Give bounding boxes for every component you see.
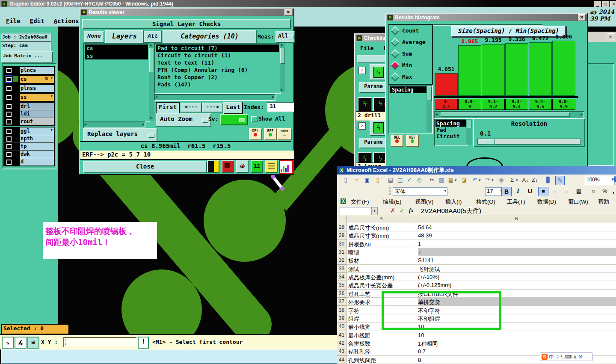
- row-header[interactable]: 43: [337, 347, 346, 355]
- sort-asc-icon[interactable]: A↓: [521, 176, 530, 184]
- name-box-dropdown[interactable]: ▾: [371, 207, 378, 215]
- measure-list-scrollbar[interactable]: [466, 119, 472, 145]
- cell-b[interactable]: 飞针测试: [418, 266, 616, 273]
- layer-visibility-checkbox[interactable]: [6, 85, 12, 91]
- cell-a[interactable]: 孔到线间距: [348, 357, 416, 364]
- viewer-close-button[interactable]: Close: [83, 161, 207, 173]
- histogram-close-button[interactable]: ✕: [578, 14, 586, 21]
- new-icon[interactable]: ▯: [341, 176, 350, 184]
- paste-icon[interactable]: ▦: [447, 176, 455, 184]
- parameters2-button[interactable]: Parame: [359, 138, 388, 148]
- excel-menu-0[interactable]: 文件(F): [351, 198, 369, 206]
- layer-row-ggl[interactable]: ggl➤: [4, 127, 54, 135]
- table-row[interactable]: 成品尺寸长宽公差(+/-0.125mm): [346, 281, 616, 289]
- stat-option-max[interactable]: Max: [392, 74, 412, 80]
- del-button[interactable]: DEL: [249, 128, 262, 140]
- redo-icon[interactable]: ↷: [483, 176, 492, 184]
- row-header[interactable]: 38: [337, 306, 346, 314]
- category-item[interactable]: Circuit to circuit (1): [156, 52, 279, 59]
- layer-row-drl[interactable]: drl: [4, 103, 54, 110]
- category-item[interactable]: Text to text (11): [156, 59, 279, 66]
- undo-icon[interactable]: ↶: [471, 176, 479, 184]
- table-row[interactable]: 喷锡✓: [346, 248, 616, 256]
- cell-b[interactable]: S1141: [418, 257, 616, 263]
- row-header[interactable]: 33: [337, 265, 346, 273]
- layer-row-dwk[interactable]: dwk: [4, 151, 54, 158]
- table-row[interactable]: 成品板厚公差(mm)(+/-10%): [346, 273, 616, 281]
- index-input[interactable]: 31: [267, 102, 294, 112]
- stat-option-sum[interactable]: Sum: [392, 50, 412, 57]
- italic-button[interactable]: I: [513, 187, 523, 195]
- cell-a[interactable]: 拼板数su: [348, 241, 416, 249]
- undo-icon-dropdown[interactable]: ▾: [479, 178, 481, 182]
- first-button[interactable]: First: [156, 102, 180, 114]
- format-painter-icon[interactable]: ◪: [460, 176, 468, 184]
- fx-icon[interactable]: fx: [409, 207, 414, 214]
- layer-row-cs[interactable]: cs➤⊞: [4, 76, 54, 83]
- replace-layers-dropdown[interactable]: Replace layers: [83, 128, 157, 142]
- layer-row-rout[interactable]: rout: [4, 118, 54, 125]
- save-icon[interactable]: ▣: [363, 176, 371, 184]
- align-right-button[interactable]: ≡: [562, 187, 572, 195]
- layer-visibility-checkbox[interactable]: [6, 103, 12, 109]
- layer-visibility-checkbox[interactable]: [6, 136, 12, 142]
- row-header[interactable]: 34: [337, 273, 346, 281]
- paste-icon-dropdown[interactable]: ▾: [455, 178, 457, 182]
- category-item[interactable]: Pad to circuit (7): [156, 44, 279, 52]
- layer-name[interactable]: plncs: [20, 67, 54, 74]
- excel-title-bar[interactable]: X Microsoft Excel - 2V2AH08AA0制作单.xls: [337, 166, 616, 175]
- formula-value[interactable]: 2V2AH08AA0(5天件): [421, 207, 481, 215]
- stat-option-min[interactable]: Min: [392, 62, 412, 68]
- comma-button[interactable]: ,: [611, 187, 616, 195]
- cell-a[interactable]: 合拼板数: [348, 340, 416, 348]
- punctuation-icon[interactable]: °,: [560, 354, 563, 360]
- histogram-icon[interactable]: [279, 160, 293, 174]
- halfwidth-icon[interactable]: ☽: [555, 354, 559, 360]
- excel-menu-2[interactable]: 视图(V): [415, 198, 433, 206]
- row-header[interactable]: 42: [337, 339, 346, 347]
- layer-name[interactable]: ss➤: [20, 94, 54, 101]
- login-icon[interactable]: ♟: [573, 354, 577, 360]
- measure-button[interactable]: ∡: [15, 337, 27, 349]
- screen-icon[interactable]: [222, 160, 234, 173]
- layer-visibility-checkbox[interactable]: [6, 151, 12, 157]
- table-row[interactable]: 测试飞针测试: [346, 265, 616, 273]
- cell-b[interactable]: ✓: [418, 248, 616, 256]
- excel-menu-1[interactable]: 编辑(E): [383, 198, 401, 206]
- result-layer-item-cs[interactable]: cs: [85, 44, 148, 52]
- cell-a[interactable]: 最小线距: [348, 332, 416, 340]
- auto-zoom-dropdown[interactable]: Auto Zoom: [156, 113, 211, 127]
- soft-keyboard-icon[interactable]: ⌨: [565, 354, 572, 360]
- cell-b[interactable]: 54.64: [418, 224, 616, 231]
- percent-button[interactable]: %: [601, 187, 609, 195]
- cell-b[interactable]: 48.39: [418, 232, 616, 239]
- show-all-checkbox[interactable]: [251, 116, 258, 122]
- layer-name[interactable]: ldi: [20, 110, 54, 118]
- layer-visibility-checkbox[interactable]: [6, 94, 12, 100]
- table-row[interactable]: 合拼板数1种相同: [346, 339, 616, 347]
- chart-wizard-icon[interactable]: ▊: [544, 176, 553, 184]
- font-name-dropdown[interactable]: 宋体▾: [393, 187, 447, 196]
- resolution-slider-handle[interactable]: [483, 139, 495, 144]
- results-viewer-close-button[interactable]: ✕: [284, 9, 292, 16]
- excel-menu-7[interactable]: 窗口(W): [568, 198, 588, 206]
- table-row[interactable]: 板材S1141: [346, 256, 616, 264]
- bold-button[interactable]: B: [501, 187, 512, 196]
- menu-edit[interactable]: Edit: [30, 18, 44, 24]
- ref-button[interactable]: REF: [264, 128, 277, 140]
- redo-icon-dropdown[interactable]: ▾: [492, 178, 494, 182]
- table-row[interactable]: 成品尺寸宽(mm)48.39: [346, 231, 616, 240]
- layer-name[interactable]: cs➤⊞: [20, 76, 54, 83]
- open-icon[interactable]: ▱: [352, 176, 361, 184]
- measure-item-spacing[interactable]: Spacing: [435, 120, 466, 127]
- exit-icon[interactable]: [207, 160, 219, 173]
- row-header[interactable]: 41: [337, 331, 346, 339]
- layer-row-plncs[interactable]: plncs: [4, 67, 54, 74]
- meas-dropdown[interactable]: All: [275, 31, 295, 43]
- menu-actions[interactable]: Actions: [53, 18, 79, 24]
- alert-button[interactable]: !: [138, 337, 149, 349]
- layer-visibility-checkbox[interactable]: [6, 143, 12, 149]
- row-header[interactable]: 31: [337, 248, 346, 256]
- layer-row-npth[interactable]: npth: [4, 135, 54, 143]
- grid-button[interactable]: ⊞: [27, 337, 39, 349]
